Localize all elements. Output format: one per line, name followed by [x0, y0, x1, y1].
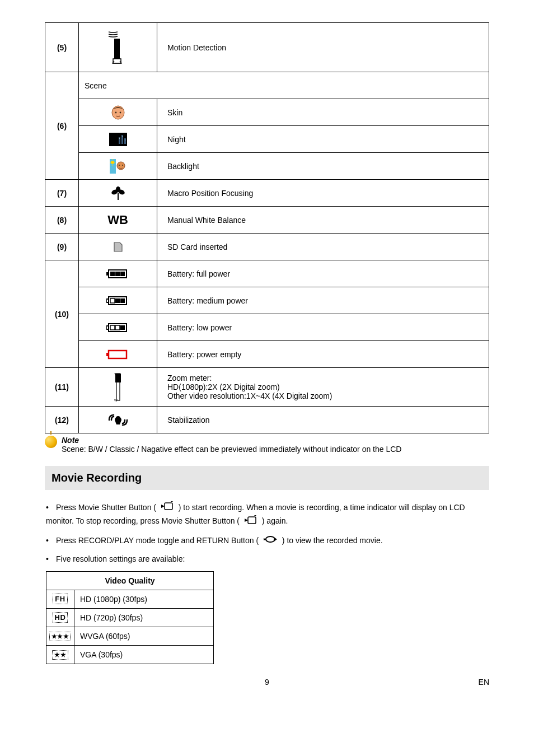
svg-rect-30 [106, 299, 109, 302]
svg-rect-46 [165, 503, 172, 510]
sd-card-icon [79, 234, 157, 260]
vq-vga-label: VGA (30fps) [74, 645, 214, 664]
svg-point-11 [124, 139, 125, 140]
zoom-meter-desc: Zoom meter: HD(1080p):2X (2X Digital zoo… [157, 368, 489, 407]
macro-icon [79, 180, 157, 207]
night-scene-icon [79, 126, 157, 153]
row-number: (10) [45, 260, 79, 368]
macro-label: Macro Position Focusing [157, 180, 489, 207]
svg-rect-32 [115, 298, 120, 303]
svg-rect-1 [113, 59, 121, 63]
row-number: (9) [45, 234, 79, 260]
skin-scene-icon [79, 99, 157, 126]
svg-rect-35 [106, 326, 109, 329]
svg-marker-51 [254, 515, 256, 516]
page-footer: 9 EN [45, 678, 489, 687]
zoom-line1: Zoom meter: [167, 374, 481, 382]
scene-header: Scene [79, 72, 489, 99]
text-fragment: Press RECORD/PLAY mode toggle and RETURN… [56, 536, 261, 545]
battery-low-icon [79, 314, 157, 341]
vq-fh-icon: FH [46, 590, 74, 608]
text-fragment: ) to view the recorded movie. [280, 536, 383, 545]
battery-full-icon [79, 260, 157, 287]
video-quality-table: Video Quality FH HD (1080p) (30fps) HD H… [46, 571, 214, 664]
svg-point-19 [119, 165, 120, 166]
movie-shutter-icon [160, 501, 175, 515]
svg-rect-7 [121, 135, 123, 144]
night-scene-label: Night [157, 126, 489, 153]
vq-wvga-icon: ★★★ [46, 627, 74, 645]
svg-rect-37 [115, 325, 120, 330]
svg-rect-0 [114, 39, 120, 59]
note-body: Scene: B/W / Classic / Nagative effect c… [62, 445, 489, 454]
battery-medium-icon [79, 287, 157, 314]
svg-marker-52 [274, 537, 277, 542]
text-fragment: Press Movie Shutter Button ( [56, 503, 158, 512]
movie-shutter-icon [243, 515, 258, 529]
svg-point-13 [111, 161, 114, 164]
white-balance-icon: WB [79, 207, 157, 234]
svg-rect-49 [248, 517, 256, 524]
vq-hd-icon: HD [46, 608, 74, 627]
text-fragment: Five resolution settings are available: [56, 554, 185, 563]
vq-header: Video Quality [46, 571, 214, 590]
sd-card-label: SD Card inserted [157, 234, 489, 260]
row-number: (5) [45, 23, 79, 72]
row-number: (8) [45, 207, 79, 234]
svg-rect-36 [110, 325, 115, 330]
svg-rect-40 [106, 353, 109, 356]
row-number: (11) [45, 368, 79, 407]
svg-rect-33 [120, 298, 125, 303]
battery-medium-label: Battery: medium power [157, 287, 489, 314]
svg-marker-48 [171, 501, 173, 502]
zoom-meter-icon: T W [79, 368, 157, 407]
svg-marker-47 [161, 505, 165, 508]
list-item: •Five resolution settings are available: [46, 553, 489, 565]
svg-rect-39 [109, 351, 127, 358]
stabilization-icon [79, 407, 157, 433]
svg-rect-27 [115, 272, 120, 276]
row-number: (12) [45, 407, 79, 433]
vq-fh-label: HD (1080p) (30fps) [74, 590, 214, 608]
zoom-line2: HD(1080p):2X (2X Digital zoom) [167, 382, 481, 391]
note-block: Note Scene: B/W / Classic / Nagative eff… [45, 436, 489, 454]
list-item: •Press Movie Shutter Button ( ) to start… [46, 501, 489, 529]
svg-rect-25 [106, 272, 109, 276]
indicator-table: (5) Motion Detection (6) Scene [45, 22, 489, 433]
motion-detection-label: Motion Detection [157, 23, 489, 72]
lightbulb-icon [45, 436, 57, 448]
instructions-list: •Press Movie Shutter Button ( ) to start… [45, 501, 489, 566]
list-item: •Press RECORD/PLAY mode toggle and RETUR… [46, 534, 489, 547]
vq-wvga-label: WVGA (60fps) [74, 627, 214, 645]
vq-hd-label: HD (720p) (30fps) [74, 608, 214, 627]
backlight-scene-icon [79, 153, 157, 180]
stabilization-label: Stabilization [157, 407, 489, 433]
battery-empty-icon [79, 341, 157, 368]
svg-marker-50 [245, 519, 248, 522]
svg-point-20 [122, 165, 123, 166]
battery-low-label: Battery: low power [157, 314, 489, 341]
svg-rect-31 [110, 298, 115, 303]
skin-scene-label: Skin [157, 99, 489, 126]
svg-rect-45 [116, 416, 120, 422]
page-number: 9 [78, 678, 456, 687]
svg-point-3 [115, 111, 116, 113]
section-title: Movie Recording [51, 472, 483, 484]
svg-point-4 [119, 111, 121, 113]
row-number: (6) [45, 72, 79, 180]
white-balance-label: Manual White Balance [157, 207, 489, 234]
zoom-line3: Other video resolution:1X~4X (4X Digital… [167, 391, 481, 400]
svg-rect-28 [120, 272, 125, 276]
svg-text:W: W [114, 399, 118, 402]
text-fragment: ) again. [260, 516, 288, 525]
return-button-icon [263, 535, 278, 547]
note-title: Note [62, 436, 489, 445]
svg-rect-26 [110, 272, 115, 276]
motion-detection-icon [79, 23, 157, 72]
row-number: (7) [45, 180, 79, 207]
vq-vga-icon: ★★ [46, 645, 74, 664]
svg-point-10 [121, 136, 122, 137]
section-header: Movie Recording [45, 466, 489, 490]
svg-text:T: T [114, 372, 116, 376]
page-lang: EN [456, 678, 489, 687]
